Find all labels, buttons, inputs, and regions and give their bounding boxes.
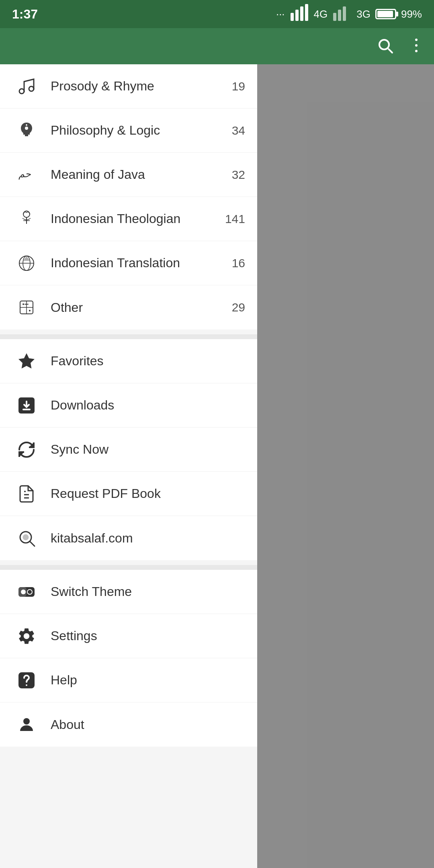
theme-icon [12, 577, 41, 606]
request-pdf-label: Request PDF Book [51, 486, 245, 501]
prosody-rhyme-count: 19 [232, 80, 245, 93]
java-icon: حم [12, 160, 41, 189]
svg-point-9 [415, 50, 418, 52]
signal-4g [290, 3, 309, 25]
svg-text:حم: حم [18, 169, 31, 180]
svg-point-34 [23, 535, 28, 540]
sidebar-item-switch-theme[interactable]: Switch Theme [0, 570, 257, 614]
other-icon [12, 293, 41, 322]
search-globe-icon [12, 524, 41, 553]
download-icon [12, 391, 41, 420]
svg-rect-2 [300, 6, 303, 21]
more-vert-icon[interactable] [407, 36, 426, 57]
sidebar-item-philosophy-logic[interactable]: Philosophy & Logic 34 [0, 108, 257, 153]
categories-section: Prosody & Rhyme 19 Philosophy & Logic 34… [0, 64, 257, 330]
sidebar-item-help[interactable]: Help [0, 658, 257, 702]
other-label: Other [51, 300, 232, 315]
sidebar-item-other[interactable]: Other 29 [0, 285, 257, 330]
divider-1 [0, 334, 257, 339]
indonesian-theologian-label: Indonesian Theologian [51, 211, 225, 226]
svg-rect-1 [295, 10, 299, 21]
search-icon[interactable] [375, 36, 395, 57]
sidebar-item-downloads[interactable]: Downloads [0, 383, 257, 428]
sidebar-item-indonesian-theologian[interactable]: Indonesian Theologian 141 [0, 197, 257, 241]
about-label: About [51, 717, 245, 732]
meaning-of-java-count: 32 [232, 168, 245, 182]
philosophy-logic-label: Philosophy & Logic [51, 123, 232, 138]
sidebar-item-prosody-rhyme[interactable]: Prosody & Rhyme 19 [0, 64, 257, 108]
sidebar-item-about[interactable]: About [0, 702, 257, 747]
actions-section: Favorites Downloads [0, 339, 257, 560]
network-dots: ··· [276, 8, 285, 20]
pdf-icon [12, 479, 41, 508]
battery-indicator [375, 9, 396, 19]
svg-point-41 [23, 718, 30, 725]
philosophy-icon [12, 116, 41, 145]
gear-icon [12, 622, 41, 651]
header-icons [375, 36, 426, 57]
svg-point-24 [23, 303, 24, 305]
network-4g-label: 4G [314, 8, 328, 20]
settings-label: Settings [51, 628, 245, 643]
svg-point-12 [25, 127, 28, 130]
other-count: 29 [232, 301, 245, 314]
indonesian-translation-label: Indonesian Translation [51, 256, 232, 270]
svg-rect-6 [343, 6, 346, 21]
philosophy-logic-count: 34 [232, 124, 245, 137]
svg-point-7 [415, 39, 418, 41]
svg-rect-5 [338, 10, 341, 21]
svg-point-8 [415, 44, 418, 47]
status-bar: 1:37 ··· 4G 3G 99% [0, 0, 434, 28]
svg-line-33 [30, 542, 35, 546]
status-time: 1:37 [12, 7, 38, 22]
sync-icon [12, 435, 41, 464]
svg-point-38 [27, 590, 32, 594]
sidebar-item-settings[interactable]: Settings [0, 614, 257, 658]
star-icon [12, 347, 41, 376]
indonesian-translation-count: 16 [232, 256, 245, 270]
svg-point-26 [29, 310, 31, 311]
svg-point-11 [29, 86, 34, 91]
divider-2 [0, 565, 257, 570]
prosody-rhyme-label: Prosody & Rhyme [51, 79, 232, 94]
svg-point-40 [26, 684, 27, 686]
help-label: Help [51, 673, 245, 688]
person-icon [12, 710, 41, 739]
sidebar-item-meaning-of-java[interactable]: حم Meaning of Java 32 [0, 153, 257, 197]
sidebar-item-indonesian-translation[interactable]: Indonesian Translation 16 [0, 241, 257, 285]
settings-section: Switch Theme Settings Help [0, 570, 257, 747]
indonesian-theologian-count: 141 [225, 212, 245, 226]
svg-rect-4 [333, 13, 336, 21]
battery-percent: 99% [401, 8, 422, 20]
svg-rect-3 [305, 4, 308, 21]
downloads-label: Downloads [51, 398, 245, 413]
svg-point-10 [19, 89, 24, 94]
sidebar-item-sync-now[interactable]: Sync Now [0, 428, 257, 472]
sidebar-item-favorites[interactable]: Favorites [0, 339, 257, 383]
prosody-icon [12, 72, 41, 101]
sidebar-item-kitabsalaf[interactable]: kitabsalaf.com [0, 516, 257, 560]
favorites-label: Favorites [51, 354, 245, 368]
help-icon [12, 666, 41, 695]
switch-theme-label: Switch Theme [51, 584, 245, 599]
app-header [0, 28, 434, 64]
signal-3g [332, 3, 352, 25]
sync-now-label: Sync Now [51, 442, 245, 457]
meaning-of-java-label: Meaning of Java [51, 167, 232, 182]
kitabsalaf-label: kitabsalaf.com [51, 531, 245, 546]
network-3g-label: 3G [356, 8, 371, 20]
battery-fill [377, 11, 393, 17]
svg-rect-0 [291, 13, 294, 21]
theologian-icon [12, 205, 41, 233]
svg-point-37 [21, 590, 26, 594]
translation-icon [12, 249, 41, 278]
sidebar-item-request-pdf[interactable]: Request PDF Book [0, 472, 257, 516]
status-right: ··· 4G 3G 99% [276, 3, 422, 25]
navigation-drawer: Prosody & Rhyme 19 Philosophy & Logic 34… [0, 64, 257, 868]
